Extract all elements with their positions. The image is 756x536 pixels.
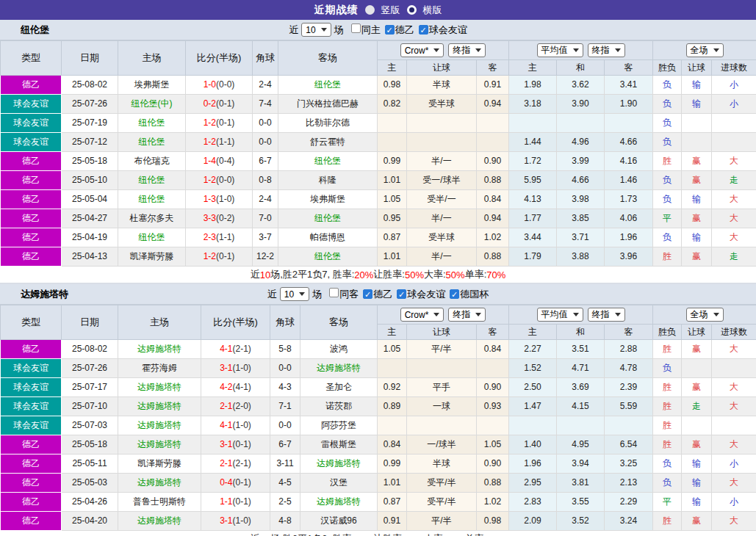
result-wdl: 负 bbox=[653, 474, 682, 493]
chevron-down-icon bbox=[615, 313, 621, 316]
odds-home: 0.87 bbox=[378, 493, 407, 512]
odds-stage-select[interactable]: 终指 bbox=[448, 308, 486, 322]
col-header-date: 日期 bbox=[62, 41, 118, 76]
match-date: 25-07-03 bbox=[62, 416, 118, 435]
odds-home bbox=[378, 416, 407, 435]
filter-checkbox-label[interactable]: 德乙 bbox=[395, 24, 414, 35]
match-date: 25-07-17 bbox=[62, 378, 118, 397]
odds-home: 0.92 bbox=[378, 378, 407, 397]
filter-checkbox-checked[interactable]: ✓ bbox=[419, 25, 428, 35]
result-goals: 小 bbox=[712, 454, 756, 474]
filter-checkbox-label[interactable]: 球会友谊 bbox=[429, 24, 467, 35]
recent-count-select[interactable]: 10 bbox=[301, 23, 331, 37]
match-score: 4-2(4-1) bbox=[201, 378, 270, 397]
bookmaker-select[interactable]: Crow* bbox=[400, 43, 444, 57]
scope-select[interactable]: 全场 bbox=[686, 308, 724, 322]
summary-stat-value: 50% bbox=[405, 269, 424, 280]
odds-stage-select[interactable]: 终指 bbox=[448, 43, 486, 57]
odds-home: 0.95 bbox=[378, 209, 407, 228]
away-team: 达姆施塔特 bbox=[300, 493, 378, 512]
summary-label: 近 bbox=[251, 532, 260, 536]
home-team: 纽伦堡(中) bbox=[118, 95, 186, 114]
result-handicap: 赢 bbox=[682, 152, 712, 171]
filter-checkbox-unchecked[interactable] bbox=[351, 23, 361, 33]
avg-draw: 3.81 bbox=[557, 474, 605, 493]
home-team: 纽伦堡 bbox=[118, 114, 186, 133]
section-header: 达姆施塔特 近 10 场 同客✓德乙✓球会友谊✓德国杯 bbox=[0, 284, 756, 305]
col-header-avg-home: 主 bbox=[509, 60, 557, 76]
odds-away bbox=[477, 133, 509, 152]
average-select[interactable]: 平均值 bbox=[537, 43, 583, 57]
scope-select[interactable]: 全场 bbox=[686, 43, 724, 57]
result-goals: 大 bbox=[712, 378, 756, 397]
matches-tbody: 德乙25-08-02埃弗斯堡1-0(0-0)2-4纽伦堡0.98半球0.911.… bbox=[1, 76, 756, 267]
match-date: 25-08-02 bbox=[62, 340, 118, 359]
filter-checkbox-label[interactable]: 球会友谊 bbox=[407, 289, 445, 300]
filter-suffix-label: 场 bbox=[334, 23, 344, 37]
average-select[interactable]: 平均值 bbox=[537, 308, 583, 322]
summary-label: 场,胜2平1负7, 胜率: bbox=[270, 268, 354, 281]
recent-count-select[interactable]: 10 bbox=[280, 287, 309, 301]
matches-tbody: 德乙25-08-02达姆施塔特4-1(2-1)5-8波鸿1.05平/半0.842… bbox=[1, 340, 756, 531]
match-row: 德乙25-05-10纽伦堡1-2(0-0)0-8科隆1.01受一/球半0.885… bbox=[1, 171, 756, 190]
col-header-result-wdl: 胜负 bbox=[653, 325, 682, 340]
match-type-badge: 德乙 bbox=[1, 512, 62, 531]
chevron-down-icon bbox=[713, 313, 719, 316]
odds-away: 0.94 bbox=[477, 209, 509, 228]
home-team: 达姆施塔特 bbox=[118, 474, 201, 493]
match-type-badge: 球会友谊 bbox=[1, 133, 62, 152]
col-header-corners: 角球 bbox=[253, 41, 278, 76]
layout-radio-horizontal-label[interactable]: 横版 bbox=[423, 4, 442, 17]
odds-home: 0.99 bbox=[378, 152, 407, 171]
odds-away: 0.90 bbox=[477, 152, 509, 171]
filter-checkbox-checked[interactable]: ✓ bbox=[450, 289, 459, 299]
result-goals: 小 bbox=[712, 76, 756, 95]
match-row: 德乙25-05-04纽伦堡1-3(1-0)2-4埃弗斯堡1.05受半/一0.84… bbox=[1, 190, 756, 209]
avg-stage-select[interactable]: 终指 bbox=[588, 308, 625, 322]
corner-count: 4-8 bbox=[270, 512, 300, 531]
col-header-avg-away: 客 bbox=[605, 325, 653, 340]
avg-draw: 4.15 bbox=[557, 397, 605, 416]
filter-checkbox-label[interactable]: 同客 bbox=[339, 289, 359, 300]
odds-home: 1.05 bbox=[378, 190, 407, 209]
odds-home: 0.87 bbox=[378, 228, 407, 247]
avg-home: 5.95 bbox=[509, 171, 557, 190]
odds-handicap bbox=[407, 359, 477, 378]
avg-draw bbox=[557, 114, 605, 133]
match-type-badge: 德乙 bbox=[1, 209, 62, 228]
filter-checkbox-label[interactable]: 德乙 bbox=[373, 289, 392, 300]
match-score: 3-1(1-0) bbox=[201, 359, 270, 378]
filter-checkbox-checked[interactable]: ✓ bbox=[385, 25, 395, 35]
odds-handicap: 一球 bbox=[407, 397, 477, 416]
col-header-result-handicap: 让球 bbox=[682, 60, 712, 76]
avg-home: 1.44 bbox=[509, 133, 557, 152]
layout-radio-vertical[interactable] bbox=[365, 5, 375, 15]
away-team: 比勒菲尔德 bbox=[278, 114, 378, 133]
section-darmstadt: 达姆施塔特 近 10 场 同客✓德乙✓球会友谊✓德国杯 类型 日期 主场 比分(… bbox=[0, 284, 756, 536]
layout-radio-vertical-label[interactable]: 竖版 bbox=[381, 4, 400, 17]
filter-checkbox-checked[interactable]: ✓ bbox=[397, 289, 406, 299]
home-team: 凯泽斯劳滕 bbox=[118, 454, 201, 474]
odds-home bbox=[378, 359, 407, 378]
odds-handicap: 一/球半 bbox=[407, 435, 477, 454]
col-header-away: 客场 bbox=[278, 41, 378, 76]
match-score: 1-1(0-1) bbox=[201, 493, 270, 512]
result-wdl: 负 bbox=[653, 95, 682, 114]
filter-checkbox-unchecked[interactable] bbox=[329, 288, 339, 297]
match-date: 25-07-26 bbox=[62, 359, 118, 378]
section-header: 纽伦堡 近 10 场 同主✓德乙✓球会友谊 bbox=[0, 20, 756, 40]
avg-stage-select[interactable]: 终指 bbox=[588, 43, 625, 57]
filter-checkbox-label[interactable]: 同主 bbox=[361, 24, 381, 35]
layout-radio-horizontal[interactable] bbox=[407, 5, 417, 15]
match-date: 25-05-18 bbox=[62, 152, 118, 171]
odds-handicap: 受半球 bbox=[407, 228, 477, 247]
filter-checkbox-label[interactable]: 德国杯 bbox=[460, 289, 489, 300]
bookmaker-select[interactable]: Crow* bbox=[400, 308, 444, 322]
stats-summary: 近10场,胜6平1负3, 胜率:60% 让胜率:50% 大率:75% 单率:40… bbox=[0, 531, 756, 536]
odds-away bbox=[477, 114, 509, 133]
odds-home: 1.01 bbox=[378, 474, 407, 493]
filter-checkbox-checked[interactable]: ✓ bbox=[363, 289, 372, 299]
summary-label: 单率: bbox=[465, 532, 487, 536]
summary-stat-value: 40% bbox=[486, 534, 505, 536]
match-date: 25-05-10 bbox=[62, 171, 118, 190]
